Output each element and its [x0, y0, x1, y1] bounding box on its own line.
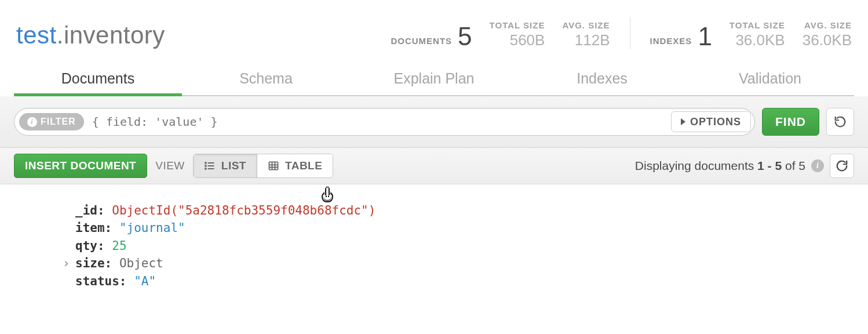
- tab-schema[interactable]: Schema: [182, 63, 350, 95]
- stat-idx-total-size: TOTAL SIZE 36.0KB: [730, 20, 785, 49]
- stat-indexes: INDEXES 1: [650, 24, 712, 49]
- options-button[interactable]: OPTIONS: [671, 111, 751, 132]
- namespace-title: test.inventory: [16, 21, 165, 49]
- filter-input[interactable]: [92, 115, 750, 129]
- database-name: test: [16, 21, 57, 49]
- list-icon: [204, 160, 216, 172]
- refresh-icon: [836, 159, 848, 172]
- list-view-button[interactable]: LIST: [194, 154, 257, 177]
- stat-indexes-label: INDEXES: [650, 36, 692, 49]
- info-icon[interactable]: i: [811, 159, 824, 172]
- table-view-button[interactable]: TABLE: [257, 154, 333, 177]
- stat-doc-avg-size: AVG. SIZE 112B: [562, 20, 610, 49]
- filter-input-wrap: i FILTER OPTIONS: [14, 108, 755, 136]
- tab-indexes[interactable]: Indexes: [518, 63, 686, 95]
- insert-document-button[interactable]: INSERT DOCUMENT: [14, 154, 147, 178]
- action-bar: INSERT DOCUMENT VIEW LIST TABLE Displayi…: [0, 148, 868, 184]
- svg-point-4: [205, 165, 206, 166]
- refresh-button[interactable]: [830, 154, 854, 178]
- tabs: Documents Schema Explain Plan Indexes Va…: [14, 63, 854, 96]
- table-icon: [268, 160, 279, 172]
- info-icon: i: [27, 117, 37, 127]
- doc-field-qty: qty: 25: [75, 237, 854, 255]
- filter-badge: i FILTER: [19, 113, 84, 130]
- filter-bar: i FILTER OPTIONS FIND: [0, 96, 868, 148]
- expand-chevron-icon[interactable]: ›: [63, 255, 70, 272]
- stat-documents: DOCUMENTS 5: [391, 24, 472, 49]
- stat-doc-total-size: TOTAL SIZE 560B: [490, 20, 545, 49]
- stat-documents-label: DOCUMENTS: [391, 36, 452, 49]
- svg-point-3: [205, 162, 206, 164]
- doc-field-status: status: "A": [75, 273, 854, 290]
- stat-documents-value: 5: [458, 24, 472, 49]
- tab-explain-plan[interactable]: Explain Plan: [350, 63, 518, 95]
- doc-field-size: ›size: Object: [75, 255, 854, 272]
- stat-divider: [630, 17, 630, 49]
- stat-indexes-value: 1: [698, 24, 712, 49]
- tab-validation[interactable]: Validation: [686, 63, 854, 95]
- collection-name: inventory: [64, 21, 165, 49]
- chevron-right-icon: [681, 118, 685, 125]
- document-item[interactable]: _id: ObjectId("5a2818fcb3559f048b68fcdc"…: [0, 184, 868, 302]
- stat-idx-avg-size: AVG. SIZE 36.0KB: [803, 20, 852, 49]
- view-toggle: LIST TABLE: [193, 154, 334, 178]
- reset-icon: [834, 115, 847, 128]
- doc-field-id: _id: ObjectId("5a2818fcb3559f048b68fcdc"…: [75, 202, 854, 219]
- tab-documents[interactable]: Documents: [14, 63, 182, 95]
- collection-stats: DOCUMENTS 5 TOTAL SIZE 560B AVG. SIZE 11…: [391, 17, 852, 49]
- reset-button[interactable]: [826, 108, 854, 136]
- svg-rect-6: [269, 162, 278, 169]
- view-label: VIEW: [155, 159, 185, 172]
- display-info: Displaying documents 1 - 5 of 5 i: [635, 154, 854, 178]
- svg-point-5: [205, 168, 206, 169]
- find-button[interactable]: FIND: [762, 108, 819, 136]
- doc-field-item: item: "journal": [75, 219, 854, 237]
